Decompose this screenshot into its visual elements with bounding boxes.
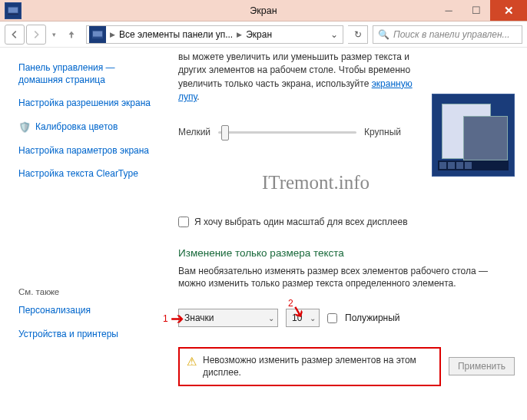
sidebar-home-link[interactable]: Панель управления — домашняя страница bbox=[18, 61, 157, 86]
text-size-description: Вам необязательно изменять размер всех э… bbox=[178, 265, 515, 291]
see-also-heading: См. также bbox=[18, 287, 157, 296]
minimize-button[interactable]: ─ bbox=[435, 0, 462, 21]
scale-slider[interactable] bbox=[218, 123, 356, 141]
warning-icon: ⚠ bbox=[187, 354, 197, 369]
sidebar-link-resolution[interactable]: Настройка разрешения экрана bbox=[18, 97, 157, 109]
search-placeholder: Поиск в панели управлен... bbox=[393, 29, 510, 40]
recent-dropdown[interactable]: ▾ bbox=[48, 25, 60, 45]
breadcrumb[interactable]: Все элементы панели уп... bbox=[117, 29, 235, 40]
apply-button[interactable]: Применить bbox=[449, 357, 515, 375]
text-size-heading: Изменение только размера текста bbox=[178, 247, 515, 259]
warning-text: Невозможно изменить размер элементов на … bbox=[203, 354, 433, 379]
search-input[interactable]: 🔍 Поиск в панели управлен... bbox=[373, 25, 522, 44]
sidebar-link-calibration[interactable]: 🛡️Калибровка цветов bbox=[18, 121, 157, 134]
address-bar[interactable]: ▶ Все элементы панели уп... ▶ Экран ⌄ bbox=[86, 25, 343, 44]
chevron-right-icon: ▶ bbox=[108, 31, 117, 38]
arrow-icon: ➔ bbox=[171, 309, 184, 328]
search-icon: 🔍 bbox=[378, 29, 389, 40]
bold-checkbox[interactable] bbox=[327, 313, 337, 323]
refresh-button[interactable]: ↻ bbox=[348, 25, 368, 44]
single-scale-checkbox[interactable] bbox=[178, 217, 189, 227]
shield-icon: 🛡️ bbox=[18, 121, 31, 134]
element-combo[interactable]: Значки ⌄ bbox=[178, 309, 278, 327]
up-button[interactable] bbox=[61, 25, 81, 45]
sidebar-link-cleartype[interactable]: Настройка текста ClearType bbox=[18, 167, 157, 180]
watermark-text: ITremont.info bbox=[178, 172, 453, 193]
chevron-down-icon: ⌄ bbox=[262, 314, 274, 322]
monitor-preview bbox=[432, 94, 515, 177]
sidebar-link-devices-printers[interactable]: Устройства и принтеры bbox=[18, 328, 157, 340]
close-button[interactable]: ✕ bbox=[490, 0, 527, 21]
sidebar-link-personalization[interactable]: Персонализация bbox=[18, 304, 157, 316]
svg-rect-2 bbox=[8, 13, 18, 15]
breadcrumb[interactable]: Экран bbox=[244, 29, 274, 40]
back-button[interactable] bbox=[5, 25, 25, 45]
svg-rect-1 bbox=[8, 7, 18, 12]
slider-thumb[interactable] bbox=[221, 125, 229, 141]
address-dropdown-icon[interactable]: ⌄ bbox=[326, 29, 343, 40]
warning-box: ⚠ Невозможно изменить размер элементов н… bbox=[178, 347, 441, 385]
single-scale-label[interactable]: Я хочу выбрать один масштаб для всех дис… bbox=[194, 217, 408, 227]
app-icon bbox=[5, 2, 22, 19]
slider-large-label: Крупный bbox=[364, 127, 401, 137]
window-title: Экран bbox=[250, 5, 277, 16]
control-panel-icon bbox=[89, 26, 106, 43]
forward-button[interactable] bbox=[26, 25, 46, 45]
svg-rect-4 bbox=[93, 31, 102, 36]
slider-small-label: Мелкий bbox=[178, 127, 210, 137]
intro-text: вы можете увеличить или уменьшить размер… bbox=[178, 51, 430, 104]
sidebar-link-screen-params[interactable]: Настройка параметров экрана bbox=[18, 144, 157, 157]
bold-label[interactable]: Полужирный bbox=[345, 313, 400, 323]
maximize-button[interactable]: ☐ bbox=[462, 0, 490, 21]
chevron-right-icon: ▶ bbox=[235, 31, 244, 38]
